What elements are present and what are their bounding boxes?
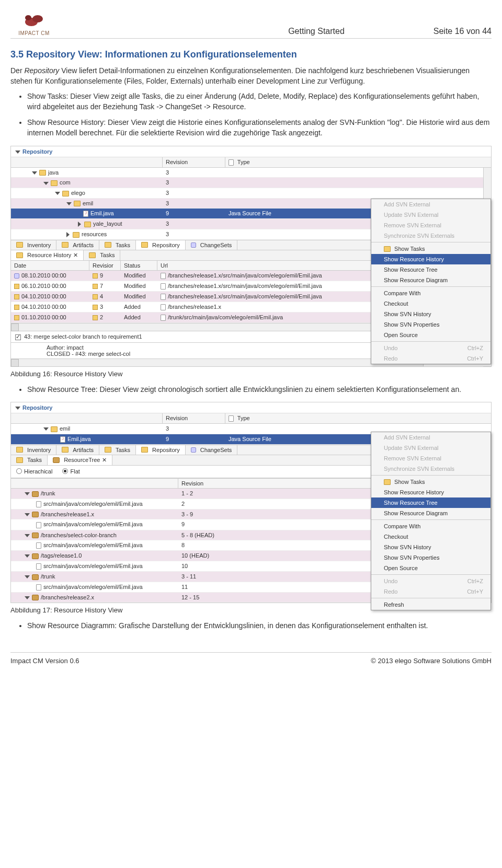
menu-item[interactable]: Show Resource History <box>371 487 490 497</box>
tab-resource-history[interactable]: Resource History ✕ <box>11 250 84 260</box>
tab-icon <box>191 242 196 248</box>
tree-row[interactable]: com3 <box>11 178 491 188</box>
menu-item[interactable]: Show SVN Properties <box>371 319 490 330</box>
tab-repository[interactable]: Repository <box>136 445 186 455</box>
package-icon <box>32 491 39 497</box>
tab-inventory[interactable]: Inventory <box>11 445 56 455</box>
menu-item[interactable]: Show Tasks <box>371 477 490 488</box>
tab-artifacts[interactable]: Artifacts <box>56 445 99 455</box>
tab-tasks[interactable]: Tasks <box>99 240 136 250</box>
menu-item[interactable]: Show Resource History <box>371 254 490 264</box>
menu-item: UndoCtrl+Z <box>371 576 490 586</box>
figure-caption-16: Abbildung 16: Resource History View <box>10 370 492 378</box>
menu-item[interactable]: Checkout <box>371 531 490 542</box>
menu-item[interactable]: Checkout <box>371 298 490 309</box>
menu-item: Remove SVN External <box>371 220 490 230</box>
menu-item[interactable]: Show Resource Tree <box>371 497 490 508</box>
footer-version: Impact CM Version 0.6 <box>10 657 79 665</box>
package-icon <box>32 533 39 538</box>
menu-item: Remove SVN External <box>371 453 490 464</box>
menu-item[interactable]: Show Resource Diagram <box>371 508 490 518</box>
file-icon <box>36 501 41 507</box>
rev-icon <box>14 315 19 320</box>
repository-panel-header[interactable]: Repository <box>11 402 491 413</box>
file-icon <box>161 315 166 321</box>
tab-artifacts[interactable]: Artifacts <box>56 240 99 250</box>
menu-item: RedoCtrl+Y <box>371 353 490 364</box>
tab-icon <box>62 447 69 453</box>
menu-item[interactable]: Open Source <box>371 563 490 573</box>
bullet-show-resource-tree: Show Resource Tree: Dieser View zeigt ch… <box>27 384 492 395</box>
tab-tasks[interactable]: Tasks <box>99 445 136 455</box>
rev-icon <box>14 273 19 279</box>
menu-item[interactable]: Show Resource Diagram <box>371 275 490 285</box>
tab-icon <box>105 242 111 248</box>
page-number: Seite 16 von 44 <box>433 27 492 36</box>
tree-row[interactable]: java3 <box>11 168 491 178</box>
menu-item[interactable]: Open Source <box>371 330 490 340</box>
tab-icon <box>16 242 23 248</box>
tab-resourcetree[interactable]: ResourceTree ✕ <box>48 455 112 465</box>
repository-panel-header[interactable]: Repository <box>11 146 491 157</box>
file-icon <box>161 273 166 279</box>
folder-icon <box>51 180 58 186</box>
menu-item[interactable]: Compare With <box>371 288 490 298</box>
menu-item: Add SVN External <box>371 432 490 443</box>
java-icon <box>60 436 65 443</box>
menu-item[interactable]: Show SVN History <box>371 309 490 319</box>
java-icon <box>83 211 88 217</box>
file-icon <box>36 563 41 570</box>
tasks-icon <box>16 457 23 463</box>
footer-copyright: © 2013 elego Software Solutions GmbH <box>371 657 492 665</box>
package-icon <box>32 512 39 517</box>
bullet-show-resource-diagram: Show Resource Diagramm: Grafische Darste… <box>27 620 492 631</box>
file-icon <box>36 584 41 591</box>
tab-inventory[interactable]: Inventory <box>11 240 56 250</box>
tab-icon <box>105 447 111 453</box>
menu-item[interactable]: Refresh <box>371 599 490 610</box>
tree-row[interactable]: elego3 <box>11 188 491 199</box>
tab-icon <box>141 447 148 453</box>
tab-repository[interactable]: Repository <box>136 240 186 250</box>
menu-icon <box>384 246 391 252</box>
page-footer: Impact CM Version 0.6 © 2013 elego Softw… <box>10 652 492 665</box>
menu-item: RedoCtrl+Y <box>371 586 490 597</box>
menu-item[interactable]: Show SVN History <box>371 542 490 552</box>
menu-item[interactable]: Show Tasks <box>371 244 490 254</box>
tab-changesets[interactable]: ChangeSets <box>186 240 238 250</box>
package-icon <box>32 595 39 600</box>
tab-tasks[interactable]: Tasks <box>84 250 120 260</box>
repo-column-headers: Revision Type <box>11 157 491 168</box>
screenshot-resource-history: Repository Revision Type java3com3elego3… <box>10 146 492 367</box>
menu-item[interactable]: Show SVN Properties <box>371 552 490 563</box>
task-checkbox[interactable] <box>15 334 21 340</box>
radio-hierarchical[interactable]: Hierachical <box>16 468 52 474</box>
bullet-show-tasks: Show Tasks: Dieser View zeigt alle Tasks… <box>27 91 492 112</box>
tab-icon <box>62 242 69 248</box>
menu-icon <box>384 479 391 485</box>
menu-item: Update SVN External <box>371 210 490 220</box>
intro-paragraph: Der Repository View liefert Detail-Infor… <box>10 65 492 87</box>
rev-icon <box>14 284 19 289</box>
doc-title: Getting Started <box>288 27 345 36</box>
tab-icon <box>191 447 196 453</box>
tab-tasks[interactable]: Tasks <box>11 455 48 465</box>
file-icon <box>161 283 166 290</box>
folder-icon <box>39 170 46 176</box>
folder-icon <box>62 191 69 196</box>
repo-column-headers: Revision Type <box>11 413 491 424</box>
logo: IMPACT CM <box>10 10 58 36</box>
radio-flat[interactable]: Flat <box>62 468 79 474</box>
menu-item[interactable]: Compare With <box>371 521 490 531</box>
menu-item[interactable]: Show Resource Tree <box>371 264 490 275</box>
tab-changesets[interactable]: ChangeSets <box>186 445 238 455</box>
rev-icon <box>14 305 19 310</box>
page-header: IMPACT CM Getting Started Seite 16 von 4… <box>10 10 492 39</box>
svg-point-2 <box>25 15 31 20</box>
file-icon <box>36 522 41 528</box>
folder-icon <box>73 232 79 238</box>
logo-text: IMPACT CM <box>18 30 50 36</box>
type-icon <box>229 415 234 422</box>
type-icon <box>229 159 234 166</box>
tab-icon <box>16 447 23 453</box>
